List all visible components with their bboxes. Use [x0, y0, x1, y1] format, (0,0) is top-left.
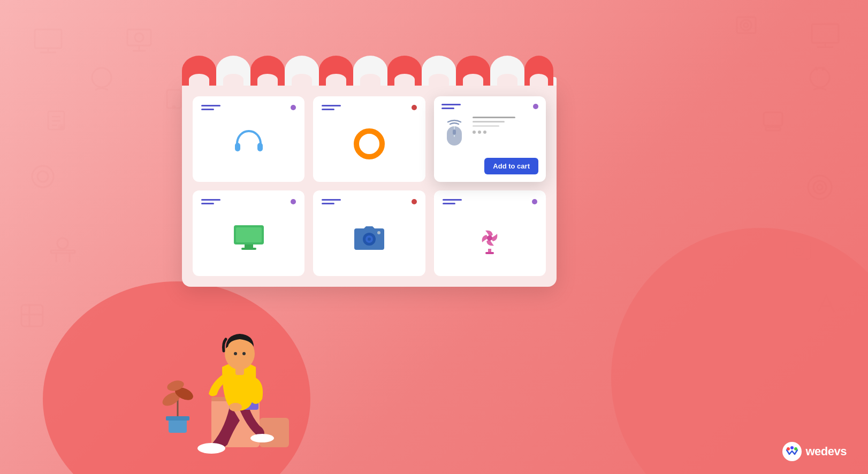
svg-rect-62: [166, 416, 189, 421]
product-card-camera[interactable]: [313, 190, 425, 276]
product-card-mouse[interactable]: Add to cart: [434, 96, 546, 182]
svg-point-76: [242, 352, 246, 355]
mini-dot-3: [483, 131, 486, 134]
svg-point-71: [250, 434, 274, 442]
mini-dot-2: [478, 131, 481, 134]
svg-rect-45: [257, 143, 263, 151]
svg-point-81: [790, 446, 794, 449]
card-line-2: [201, 109, 214, 110]
svg-point-58: [487, 235, 492, 241]
card-dot: [291, 199, 296, 204]
content-line-3: [473, 125, 499, 127]
card-lines: [201, 199, 220, 204]
person-illustration: [161, 228, 321, 458]
product-card-fan[interactable]: [434, 190, 546, 276]
card-line-2: [201, 203, 214, 204]
wedevs-label: wedevs: [806, 445, 847, 458]
svg-point-79: [787, 447, 790, 450]
mini-dot-1: [473, 131, 476, 134]
card-line-2: [443, 203, 455, 204]
awning-scallops: [182, 56, 557, 86]
card-dot: [412, 105, 417, 110]
fan-icon: [473, 221, 507, 255]
svg-point-73: [229, 403, 242, 411]
card-lines: [441, 104, 461, 109]
svg-point-57: [377, 231, 380, 234]
svg-rect-44: [235, 143, 240, 151]
dots-row: [473, 131, 538, 134]
svg-point-46: [356, 131, 382, 157]
card-line-2: [441, 108, 454, 109]
card-lines: [443, 199, 462, 204]
fan-icon-area: [443, 209, 537, 267]
headphones-icon-area: [201, 114, 296, 173]
svg-rect-77: [235, 367, 244, 375]
svg-rect-49: [453, 129, 456, 135]
svg-rect-60: [485, 252, 494, 254]
card-line-1: [441, 104, 461, 105]
card-lines: [322, 199, 341, 204]
donut-icon: [352, 127, 386, 161]
content-line-2: [473, 121, 505, 123]
card-line-2: [322, 109, 334, 110]
add-to-cart-button[interactable]: Add to cart: [484, 158, 538, 174]
card-line-1: [201, 105, 220, 106]
svg-point-56: [368, 238, 371, 241]
wedevs-icon: [784, 444, 800, 460]
shop-awning: [182, 48, 557, 86]
donut-icon-area: [322, 114, 416, 173]
wedevs-logo-icon: [782, 442, 802, 461]
headphones-icon: [232, 127, 266, 161]
card-dot: [412, 199, 417, 204]
mouse-icon: [441, 117, 467, 147]
camera-icon: [352, 224, 386, 252]
card-line-1: [201, 199, 220, 201]
content-line-1: [473, 117, 515, 118]
card-line-2: [322, 203, 334, 204]
card-lines: [322, 105, 341, 110]
card-line-1: [322, 199, 341, 201]
product-card-donut[interactable]: [313, 96, 425, 182]
mouse-card-content: [473, 117, 538, 134]
wedevs-branding: wedevs: [782, 442, 847, 461]
card-line-1: [322, 105, 341, 106]
svg-point-80: [794, 447, 797, 450]
mouse-icon-area: [441, 117, 467, 149]
svg-point-75: [234, 352, 237, 355]
card-dot: [533, 104, 538, 109]
card-dot: [291, 105, 296, 110]
svg-point-70: [197, 443, 225, 454]
card-line-1: [443, 199, 462, 201]
camera-icon-area: [322, 209, 416, 267]
card-dot: [532, 199, 537, 204]
card-lines: [201, 105, 220, 110]
product-card-headphones[interactable]: [193, 96, 304, 182]
